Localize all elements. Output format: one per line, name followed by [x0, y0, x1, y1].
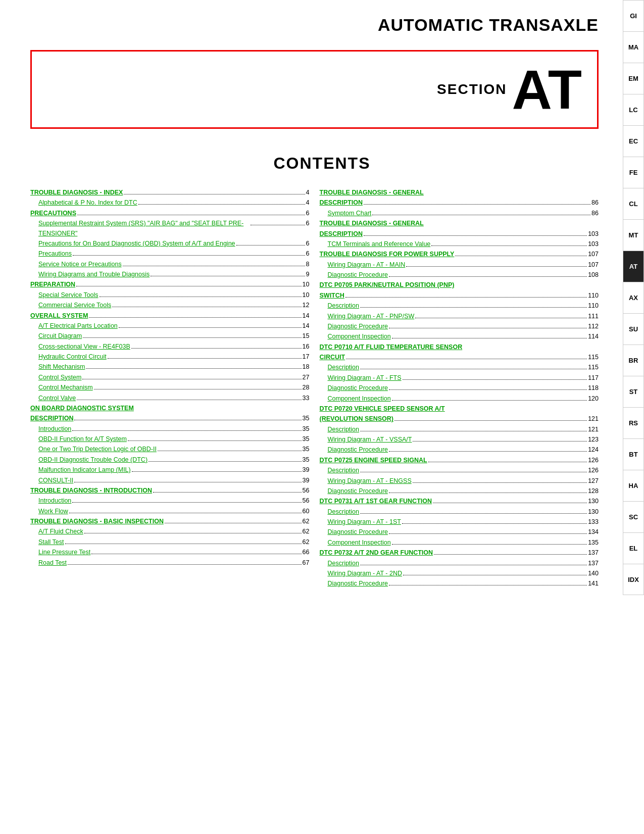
toc-entry: Diagnostic Procedure118: [320, 383, 599, 393]
toc-entry: Alphabetical & P No. Index for DTC4: [30, 198, 310, 208]
sidebar-tab-ax[interactable]: AX: [623, 282, 644, 313]
toc-entry: One or Two Trip Detection Logic of OBD-I…: [30, 445, 310, 454]
toc-entry: OBD-II Diagnostic Trouble Code (DTC)35: [30, 455, 310, 465]
toc-entry: Road Test67: [30, 558, 310, 568]
toc-entry: Introduction56: [30, 496, 310, 506]
toc-entry: TROUBLE DIAGNOSIS FOR POWER SUPPLY107: [320, 250, 599, 259]
toc-entry: Control System27: [30, 373, 310, 382]
toc-entry: Wiring Diagram - AT - ENGSS127: [320, 476, 599, 486]
toc-entry: A/T Electrical Parts Location14: [30, 321, 310, 331]
toc-entry: Symptom Chart86: [320, 209, 599, 218]
toc-entry: Control Valve33: [30, 394, 310, 403]
toc-entry: DTC P0720 VEHICLE SPEED SENSOR A/T: [320, 404, 599, 414]
toc-entry: Circuit Diagram15: [30, 331, 310, 341]
toc-entry: OVERALL SYSTEM14: [30, 311, 310, 321]
toc-right-col: TROUBLE DIAGNOSIS - GENERALDESCRIPTION86…: [320, 188, 599, 590]
sidebar-tab-sc[interactable]: SC: [623, 501, 644, 532]
sidebar-tab-st[interactable]: ST: [623, 376, 644, 407]
sidebar-tab-su[interactable]: SU: [623, 313, 644, 345]
toc-entry: Diagnostic Procedure134: [320, 527, 599, 537]
sidebar-tab-el[interactable]: EL: [623, 532, 644, 564]
sidebar-tab-em[interactable]: EM: [623, 63, 644, 94]
toc-entry: Description110: [320, 301, 599, 311]
section-at: AT: [512, 62, 582, 117]
toc-entry: DESCRIPTION103: [320, 229, 599, 239]
toc-entry: TROUBLE DIAGNOSIS - GENERAL: [320, 219, 599, 228]
toc-entry: Description126: [320, 466, 599, 475]
toc-entry: TCM Terminals and Reference Value103: [320, 239, 599, 249]
toc-entry: Precautions6: [30, 249, 310, 259]
toc-entry: Component Inspection114: [320, 332, 599, 341]
section-box: SECTION AT: [30, 50, 599, 129]
toc-entry: Diagnostic Procedure124: [320, 445, 599, 455]
contents-heading: CONTENTS: [0, 154, 644, 173]
sidebar-tab-br[interactable]: BR: [623, 345, 644, 376]
toc-entry: Wiring Diagram - AT - 1ST133: [320, 517, 599, 527]
sidebar-tab-mt[interactable]: MT: [623, 219, 644, 251]
toc-entry: Diagnostic Procedure128: [320, 486, 599, 496]
toc-entry: Wiring Diagram - AT - FTS117: [320, 373, 599, 383]
toc-entry: Description115: [320, 363, 599, 372]
toc-entry: Cross-sectional View - RE4F03B16: [30, 342, 310, 352]
toc-entry: Commercial Service Tools12: [30, 301, 310, 310]
section-label: SECTION: [437, 81, 507, 97]
toc-entry: Wiring Diagrams and Trouble Diagnosis9: [30, 270, 310, 279]
toc-entry: Wiring Diagram - AT - VSSA/T123: [320, 435, 599, 445]
toc-left-col: TROUBLE DIAGNOSIS - INDEX4Alphabetical &…: [30, 188, 320, 590]
sidebar-tab-lc[interactable]: LC: [623, 94, 644, 125]
toc-entry: TROUBLE DIAGNOSIS - INDEX4: [30, 188, 310, 198]
toc-entry: DTC P0732 A/T 2ND GEAR FUNCTION137: [320, 548, 599, 558]
toc-entry: TROUBLE DIAGNOSIS - INTRODUCTION56: [30, 486, 310, 496]
toc-entry: DESCRIPTION35: [30, 414, 310, 423]
toc-entry: Hydraulic Control Circuit17: [30, 352, 310, 362]
toc-entry: ON BOARD DIAGNOSTIC SYSTEM: [30, 404, 310, 413]
toc-entry: TROUBLE DIAGNOSIS - BASIC INSPECTION62: [30, 517, 310, 526]
sidebar-tab-ec[interactable]: EC: [623, 125, 644, 157]
sidebar-tab-fe[interactable]: FE: [623, 157, 644, 188]
main-title: AUTOMATIC TRANSAXLE: [30, 15, 599, 35]
toc-entry: Wiring Diagram - AT - MAIN107: [320, 260, 599, 270]
toc-entry: Description137: [320, 559, 599, 568]
toc-entry: TROUBLE DIAGNOSIS - GENERAL: [320, 188, 599, 198]
toc-entry: Component Inspection120: [320, 394, 599, 404]
toc-entry: Component Inspection135: [320, 538, 599, 548]
toc-entry: Wiring Diagram - AT - 2ND140: [320, 569, 599, 578]
toc-entry: DTC P0725 ENGINE SPEED SIGNAL126: [320, 456, 599, 465]
toc-entry: Control Mechanism28: [30, 383, 310, 393]
toc-entry: Special Service Tools10: [30, 290, 310, 300]
toc-entry: Work Flow60: [30, 507, 310, 516]
header-area: AUTOMATIC TRANSAXLE: [0, 0, 644, 50]
toc-entry: Diagnostic Procedure112: [320, 322, 599, 331]
toc-entry: Description130: [320, 507, 599, 517]
sidebar-tab-cl[interactable]: CL: [623, 188, 644, 219]
sidebar-tab-rs[interactable]: RS: [623, 407, 644, 438]
toc-entry: Line Pressure Test66: [30, 548, 310, 557]
toc-wrapper: TROUBLE DIAGNOSIS - INDEX4Alphabetical &…: [0, 188, 644, 590]
sidebar-tab-ma[interactable]: MA: [623, 31, 644, 63]
toc-entry: Diagnostic Procedure141: [320, 579, 599, 588]
toc-entry: PRECAUTIONS6: [30, 209, 310, 218]
toc-entry: A/T Fluid Check62: [30, 527, 310, 536]
toc-entry: SWITCH110: [320, 291, 599, 301]
sidebar-tab-idx[interactable]: IDX: [623, 564, 644, 595]
toc-entry: Service Notice or Precautions8: [30, 260, 310, 269]
toc-entry: Stall Test62: [30, 537, 310, 547]
toc-entry: (REVOLUTION SENSOR)121: [320, 414, 599, 424]
sidebar-nav: GIMAEMLCECFECLMTATAXSUBRSTRSBTHASCELIDX: [623, 0, 644, 595]
toc-entry: Description121: [320, 425, 599, 434]
toc-entry: Malfunction Indicator Lamp (MIL)39: [30, 465, 310, 475]
toc-entry: Introduction35: [30, 424, 310, 434]
toc-entry: PREPARATION10: [30, 280, 310, 289]
toc-entry: DTC P0731 A/T 1ST GEAR FUNCTION130: [320, 497, 599, 506]
toc-entry: CONSULT-II39: [30, 476, 310, 485]
toc-entry: DTC P0710 A/T FLUID TEMPERATURE SENSOR: [320, 342, 599, 352]
toc-entry: CIRCUIT115: [320, 353, 599, 362]
toc-entry: Diagnostic Procedure108: [320, 270, 599, 280]
sidebar-tab-bt[interactable]: BT: [623, 438, 644, 470]
sidebar-tab-gi[interactable]: GI: [623, 0, 644, 31]
toc-entry: Shift Mechanism18: [30, 362, 310, 372]
toc-entry: OBD-II Function for A/T System35: [30, 434, 310, 444]
sidebar-tab-ha[interactable]: HA: [623, 470, 644, 501]
toc-entry: Wiring Diagram - AT - PNP/SW111: [320, 312, 599, 321]
sidebar-tab-at[interactable]: AT: [623, 251, 644, 282]
